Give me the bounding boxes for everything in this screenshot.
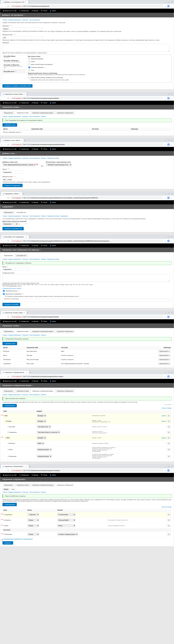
- add-group-button[interactable]: + Add field group: [2, 503, 17, 506]
- machine-label: Машинное имя * ←: [2, 33, 172, 36]
- desc-label: Описание: [2, 42, 172, 44]
- menu-admin-check[interactable]: [28, 58, 30, 60]
- section-field-settings: —▢✕ ◆Настройки поля Содержимое...✕+ ←→⟳▲…: [0, 235, 174, 308]
- status-message: ✓ Ваши настройки были сохранены.: [2, 494, 172, 498]
- menu-footer-check[interactable]: [28, 61, 30, 62]
- cardinality-num[interactable]: [18, 222, 25, 226]
- tab-display[interactable]: Настройки отображенияПоказать информацию…: [2, 64, 26, 69]
- help-text: Каждый тип материала может иметь свой на…: [2, 22, 172, 23]
- cardinality-select[interactable]: Ограничено: [2, 222, 18, 226]
- browser-chrome: —▢✕ ◆Добавить тип материала | test✕+ ← →…: [0, 0, 174, 9]
- menu-account-check[interactable]: [28, 64, 30, 65]
- status-message: ✓ Настройки поля «Содержимое» обновлены.: [2, 261, 172, 265]
- new-field-select[interactable]: Текст (форматированный, длинный, с резюм…: [2, 163, 36, 166]
- table-row: Промоакцияfield_promomessageСсылка на су…: [2, 358, 172, 362]
- status-message: ✓ Конфигурация Промоакция сохранена.: [2, 337, 172, 341]
- tab-display[interactable]: Управление отображением: [55, 111, 75, 114]
- tab-close-icon[interactable]: ✕: [25, 1, 26, 3]
- add-group-button[interactable]: + Add field group: [2, 404, 17, 407]
- subtab-default[interactable]: Default: [2, 488, 10, 491]
- name-input[interactable]: [2, 28, 42, 30]
- section-manage-fields-full: —▢✕ ◆Управление полями | defaul✕+ ←→⟳▲ Н…: [0, 311, 174, 368]
- required-check[interactable]: [3, 290, 5, 292]
- save-button[interactable]: Сохранить: [2, 541, 13, 544]
- label-select[interactable]: - Скрытый -: [28, 513, 39, 516]
- display-table: ПОЛЕМЕТКАФОРМАТ →✥ Содержимое- Скрытый -…: [2, 509, 172, 537]
- menu-tools-check[interactable]: [28, 70, 30, 71]
- show-strings-link[interactable]: Show row strings: [162, 408, 172, 409]
- delete-link[interactable]: удалить: [162, 415, 166, 416]
- custom-display-link[interactable]: ▸ РАСШИРЕННЫЕ ПАРАМЕТРЫ ОТОБРАЖЕНИЯ: [2, 538, 32, 540]
- edit-button[interactable]: Редактировать ▾: [158, 350, 171, 352]
- tab-publish[interactable]: Настройки публикацииОпубликован, Создать…: [2, 59, 26, 64]
- label-input[interactable]: [2, 171, 23, 174]
- mandatory-check[interactable]: [28, 77, 30, 78]
- table-row: Вложенияfield_attachmentsФайлРедактирова…: [2, 349, 172, 354]
- existing-field-select[interactable]: - Выберите существующее поле -: [46, 163, 72, 166]
- section-manage-fields-empty: —▢✕ ◆Управление полями | defaul✕+ ←→⟳▲ Н…: [0, 92, 174, 136]
- machine-input[interactable]: [2, 178, 23, 181]
- close-icon[interactable]: ✕: [172, 1, 172, 3]
- status-message: ✓ Ваши настройки были сохранены.: [2, 397, 172, 400]
- subtab-teaser[interactable]: Анонс: [10, 488, 16, 491]
- name-label: Название * ←: [2, 24, 172, 27]
- maximize-icon[interactable]: ▢: [168, 1, 170, 3]
- admin-toolbar: ◑ Вернуться на сайт ☰ Управление ★ Ярлык…: [0, 9, 174, 13]
- section-add-content-type: —▢✕ ◆Добавить тип материала | test✕+ ← →…: [0, 0, 174, 90]
- minimize-icon[interactable]: —: [165, 1, 166, 3]
- new-tab-icon[interactable]: +: [28, 1, 31, 3]
- forward-icon[interactable]: →: [4, 5, 6, 7]
- tab-form-display[interactable]: Управление отображением формы: [30, 111, 55, 114]
- gear-icon[interactable]: ⚙: [167, 514, 171, 516]
- tab-form[interactable]: Настройки формыЗаголовок: [2, 55, 26, 59]
- tab-fields[interactable]: Управление полями: [15, 111, 30, 114]
- tab-edit[interactable]: Редактировать: [2, 111, 15, 114]
- shortcuts-link[interactable]: ★ Ярлыки: [30, 10, 40, 12]
- label-input[interactable]: [2, 268, 30, 271]
- back-to-site[interactable]: ◑ Вернуться на сайт: [2, 10, 18, 12]
- section-form-display: —▢✕ ◆Управление отображением ф...✕+ ←→⟳▲…: [0, 370, 174, 462]
- save-continue-button[interactable]: Сохранить и продолжить: [2, 184, 22, 187]
- back-icon[interactable]: ←: [1, 5, 3, 7]
- add-field-button[interactable]: + Добавить поле: [2, 123, 17, 126]
- help-input[interactable]: [2, 274, 170, 282]
- url-input[interactable]: ▲ Не защищено | 54.77.172.115/admin/stru…: [10, 5, 163, 8]
- browser-tab[interactable]: ◆Добавить тип материала | test✕: [1, 0, 28, 4]
- status-message: ✓ Поле Содержимое было удалено из типа м…: [2, 118, 172, 122]
- search-link[interactable]: 🔍 Поиск: [40, 10, 48, 12]
- menu-icon[interactable]: ⋮: [171, 5, 173, 8]
- vertical-tabs: Настройки формыЗаголовок Настройки публи…: [2, 55, 26, 74]
- save-settings-button[interactable]: Сохранить настройки: [2, 303, 20, 306]
- widget-select[interactable]: Вкладка: [37, 414, 46, 417]
- page-title: Добавить тип материала ☆: [0, 13, 174, 18]
- user-link[interactable]: 👤 admin: [48, 10, 57, 12]
- table-row: Меткиfield_tagsСсылка на сущностиРедакти…: [2, 354, 172, 358]
- table-row: Содержимоеfield_contentТекст (форматиров…: [2, 362, 172, 366]
- tokens-link[interactable]: ▸ Просмотр доступных токенов.: [2, 288, 172, 289]
- section-manage-display: —▢✕ ◆Управление отображением | ...✕+ ←→⟳…: [0, 464, 174, 546]
- section-field-storage: —▢✕ ◆Содержимое | default✕+ ←→⟳▲ Не защи…: [0, 192, 174, 232]
- star-icon[interactable]: ☆: [164, 5, 166, 8]
- section-add-field: —▢✕ ◆Добавить поле | default✕+ ←→⟳▲ Не з…: [0, 138, 174, 189]
- save-settings-button[interactable]: Сохранить настройки поля: [2, 227, 24, 230]
- gear-icon[interactable]: ⚙: [167, 414, 171, 417]
- format-select[interactable]: По умолчанию: [57, 513, 76, 516]
- machine-input[interactable]: [2, 36, 42, 39]
- menu-main-check[interactable]: [28, 66, 30, 68]
- desc-input[interactable]: [2, 44, 170, 52]
- add-field-button[interactable]: + Добавить поле: [2, 342, 17, 345]
- fields-table: МЕТКАМАШИННОЕ ИМЯТИП ПОЛЯОПЕРАЦИИ Вложен…: [2, 346, 172, 366]
- form-display-table: ПОЛЕВИДЖЕТ →✥ TabsВкладкаНаправление: Ho…: [2, 410, 172, 460]
- breadcrumb[interactable]: Главная › Администрирование › Структура …: [2, 19, 172, 20]
- summary-check[interactable]: [3, 293, 5, 295]
- browser-tab[interactable]: ◆Управление полями | defaul✕: [1, 92, 26, 96]
- manage-link[interactable]: ☰ Управление: [18, 10, 30, 12]
- profile-icon[interactable]: [167, 5, 170, 8]
- save-button[interactable]: Сохранить и перейти к настройке полей: [2, 84, 32, 88]
- local-tabs: Редактировать Управление полями Управлен…: [2, 111, 172, 114]
- tab-menu[interactable]: Настройки меню ←: [2, 69, 26, 74]
- reload-icon[interactable]: ⟳: [7, 5, 9, 8]
- show-strings-link[interactable]: Show row strings: [162, 506, 172, 508]
